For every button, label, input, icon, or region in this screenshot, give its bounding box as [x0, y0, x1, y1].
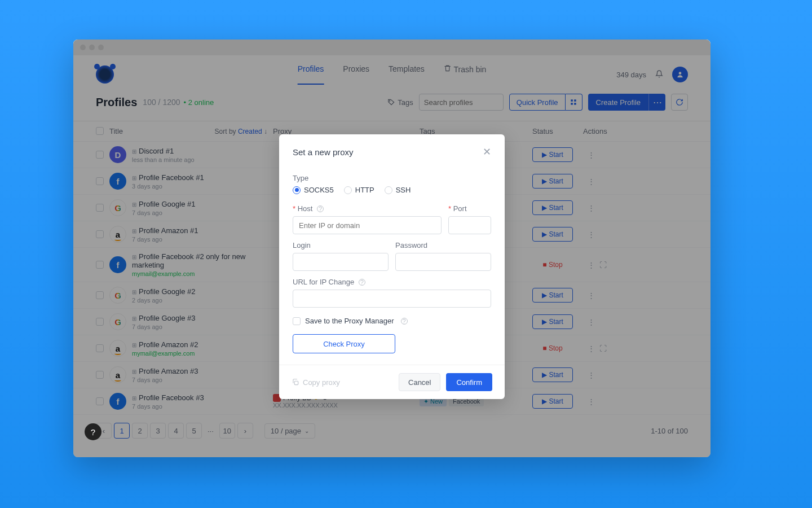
help-icon[interactable]: ? — [401, 318, 408, 325]
type-label: Type — [293, 174, 491, 182]
host-label: Host ? — [293, 204, 442, 213]
radio-socks5[interactable]: SOCKS5 — [293, 186, 334, 194]
help-icon[interactable]: ? — [317, 205, 324, 212]
help-icon[interactable]: ? — [359, 279, 365, 286]
help-fab[interactable]: ? — [85, 423, 102, 440]
cancel-button[interactable]: Cancel — [399, 373, 440, 391]
password-label: Password — [395, 241, 491, 249]
radio-http[interactable]: HTTP — [344, 186, 374, 194]
url-label: URL for IP Change ? — [293, 278, 491, 286]
login-label: Login — [293, 241, 389, 249]
save-checkbox[interactable] — [293, 317, 301, 325]
port-label: Port — [448, 204, 491, 213]
copy-proxy: Copy proxy — [292, 378, 340, 387]
password-input[interactable] — [395, 253, 491, 271]
modal-title: Set a new proxy — [293, 147, 354, 157]
close-icon[interactable]: ✕ — [483, 146, 491, 158]
proxy-modal: Set a new proxy ✕ Type SOCKS5HTTPSSH Hos… — [279, 134, 505, 399]
host-input[interactable] — [293, 216, 442, 234]
confirm-button[interactable]: Confirm — [446, 373, 492, 391]
check-proxy-button[interactable]: Check Proxy — [293, 334, 395, 353]
url-input[interactable] — [293, 290, 491, 308]
radio-ssh[interactable]: SSH — [385, 186, 411, 194]
svg-rect-6 — [294, 381, 298, 384]
login-input[interactable] — [293, 253, 389, 271]
port-input[interactable] — [448, 216, 491, 234]
save-label: Save to the Proxy Manager — [305, 317, 394, 325]
app-window: Profiles Proxies Templates Trash bin 349… — [73, 40, 710, 457]
